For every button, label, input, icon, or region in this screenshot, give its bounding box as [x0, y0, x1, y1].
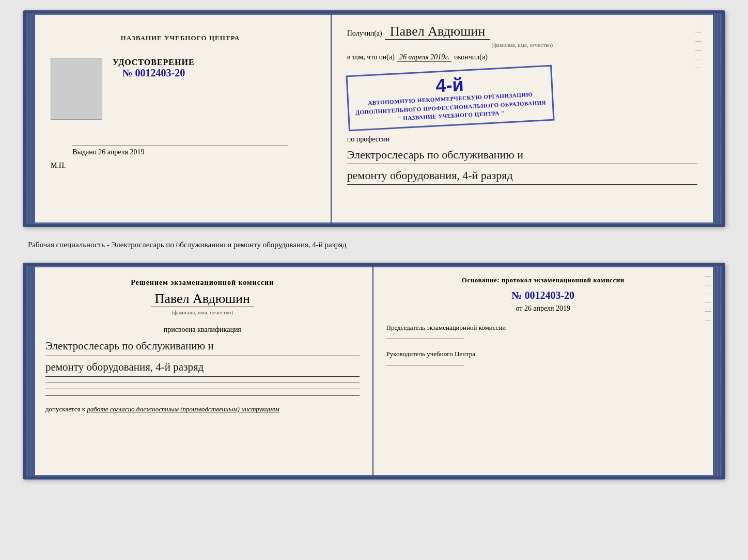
- bottom-line-2: [45, 389, 360, 389]
- bottom-line-3: [45, 395, 360, 396]
- dopuskaetsya-label: допускается к: [45, 405, 85, 413]
- po-professii-label: по профессии: [347, 135, 697, 143]
- udostoverenie-title: УДОСТОВЕРЕНИЕ: [113, 58, 195, 67]
- profession-line2: ремонту оборудования, 4-й разряд: [347, 166, 697, 185]
- recipient-name-top: Павел Авдюшин: [385, 24, 490, 40]
- ot-date: от 26 апреля 2019: [386, 305, 700, 313]
- udostoverenie-number: № 0012403-20: [113, 67, 195, 79]
- top-document-card: НАЗВАНИЕ УЧЕБНОГО ЦЕНТРА УДОСТОВЕРЕНИЕ №…: [23, 10, 725, 227]
- specialty-text-content: Рабочая специальность - Электрослесарь п…: [28, 241, 347, 249]
- osnovanie-title: Основание: протокол экзаменационной коми…: [386, 276, 700, 284]
- bottom-line-1: [45, 382, 360, 382]
- top-card-left: НАЗВАНИЕ УЧЕБНОГО ЦЕНТРА УДОСТОВЕРЕНИЕ №…: [35, 13, 332, 224]
- mp-label: М.П.: [51, 162, 66, 170]
- side-decoration: [695, 24, 702, 214]
- vtom-label: в том, что он(а): [347, 53, 395, 61]
- predsedatel-label: Председатель экзаменационной комиссии: [386, 323, 700, 332]
- stamp-wrapper: 4-й АВТОНОМНУЮ НЕКОММЕРЧЕСКУЮ ОРГАНИЗАЦИ…: [347, 67, 697, 131]
- bottom-document-card: Решением экзаменационной комиссии Павел …: [23, 263, 725, 479]
- protocol-number: № 0012403-20: [386, 290, 700, 301]
- poluchil-line: Получил(а) Павел Авдюшин: [347, 24, 697, 40]
- rukovoditel-label: Руководитель учебного Центра: [386, 349, 700, 359]
- dopuskaetsya-line: допускается к работе согласно должностны…: [45, 405, 360, 413]
- vydano-date: 26 апреля 2019: [98, 148, 144, 156]
- ot-label: от: [516, 305, 522, 312]
- ot-date-value: 26 апреля 2019: [524, 305, 570, 312]
- resheniem-title: Решением экзаменационной комиссии: [45, 279, 360, 287]
- kvalif-line2: ремонту оборудования, 4-й разряд: [45, 358, 360, 377]
- photo-placeholder: [51, 58, 102, 120]
- okonchil-label: окончил(а): [454, 53, 488, 61]
- predsedatel-signature-line: [386, 339, 464, 339]
- fio-label-bottom: (фамилия, имя, отчество): [45, 309, 360, 315]
- rukovoditel-signature-line: [386, 365, 464, 365]
- udostoverenie-block: УДОСТОВЕРЕНИЕ № 0012403-20: [113, 58, 195, 79]
- side-decoration-bottom: [705, 276, 711, 466]
- spine-left: [26, 13, 35, 224]
- vydano-line: Выдано 26 апреля 2019: [72, 146, 288, 156]
- vtom-line: в том, что он(а) 26 апреля 2019г. окончи…: [347, 53, 697, 62]
- prisvoena-label: присвоена квалификация: [45, 326, 360, 334]
- recipient-name-bottom: Павел Авдюшин: [151, 291, 254, 307]
- vydano-label: Выдано: [72, 148, 97, 156]
- specialty-text: Рабочая специальность - Электрослесарь п…: [23, 236, 725, 253]
- dopuskaetsya-value: работе согласно должностным (производств…: [87, 405, 279, 413]
- training-center-title: НАЗВАНИЕ УЧЕБНОГО ЦЕНТРА: [121, 34, 240, 42]
- top-card-right: Получил(а) Павел Авдюшин (фамилия, имя, …: [332, 13, 713, 224]
- spine-right-top: [713, 13, 722, 224]
- bottom-card-right: Основание: протокол экзаменационной коми…: [373, 266, 713, 476]
- profession-line1: Электрослесарь по обслуживанию и: [347, 146, 697, 164]
- stamp-block: 4-й АВТОНОМНУЮ НЕКОММЕРЧЕСКУЮ ОРГАНИЗАЦИ…: [346, 65, 554, 131]
- spine-left-bottom: [26, 266, 35, 476]
- bottom-card-left: Решением экзаменационной комиссии Павел …: [35, 266, 373, 476]
- vtom-date: 26 апреля 2019г.: [397, 53, 451, 62]
- spine-right-bottom: [713, 266, 722, 476]
- fio-label-top: (фамилия, имя, отчество): [347, 42, 697, 48]
- poluchil-label: Получил(а): [347, 29, 382, 38]
- kvalif-line1: Электрослесарь по обслуживанию и: [45, 337, 360, 356]
